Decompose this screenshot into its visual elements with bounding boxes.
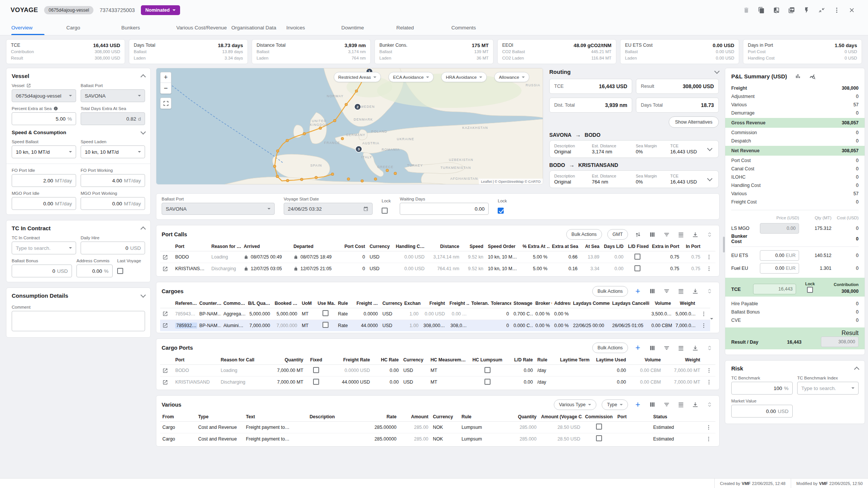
- download-icon[interactable]: [691, 230, 700, 239]
- checkbox[interactable]: [322, 322, 329, 328]
- column-header[interactable]: Arrived: [241, 242, 291, 251]
- quick-actions-icon[interactable]: [801, 5, 812, 16]
- row-menu-icon[interactable]: [701, 323, 707, 328]
- column-header[interactable]: Currency: [401, 355, 428, 365]
- column-header[interactable]: Freight: [421, 299, 447, 308]
- column-header[interactable]: Laydays Commence: [571, 299, 610, 308]
- ballast-port-select[interactable]: SAVONA: [81, 89, 145, 102]
- chevron-down-icon[interactable]: [714, 69, 720, 74]
- column-header[interactable]: Rule: [459, 412, 503, 422]
- column-header[interactable]: Address…: [552, 299, 571, 308]
- filter-icon[interactable]: [662, 230, 671, 239]
- column-header[interactable]: Fixed: [306, 355, 327, 365]
- column-header[interactable]: Port: [173, 355, 219, 365]
- column-header[interactable]: Stowage: [511, 299, 533, 308]
- column-header[interactable]: Speed: [462, 242, 486, 251]
- checkbox[interactable]: [634, 254, 640, 260]
- column-header[interactable]: UoM: [300, 299, 315, 308]
- column-header[interactable]: Quantity: [264, 355, 306, 365]
- open-row-icon[interactable]: [162, 379, 168, 385]
- column-header[interactable]: Toleran…: [469, 299, 489, 308]
- column-header[interactable]: Weight: [673, 299, 697, 308]
- hra-avoidance-dropdown[interactable]: HRA Avoidance: [441, 72, 487, 82]
- row-menu-icon[interactable]: [706, 379, 712, 385]
- speed-ballast-select[interactable]: 10 kn, 10 MT/d: [12, 145, 76, 158]
- tc-benchmark-index-select[interactable]: Type to search.: [797, 382, 859, 395]
- add-cargo-port-button[interactable]: +: [633, 343, 642, 352]
- column-header[interactable]: Days L/D: [602, 242, 626, 251]
- fo-port-working-input[interactable]: 4.00MT/day: [81, 174, 145, 187]
- duplicate-icon[interactable]: [756, 5, 767, 16]
- percent-extra-at-sea-input[interactable]: 5.00%: [12, 112, 76, 125]
- route-map[interactable]: RUSSIANORWAYSWEDENDENMARKUNITEDKINGDOMPO…: [156, 68, 543, 185]
- column-header[interactable]: Reason for Call: [219, 355, 264, 365]
- column-header[interactable]: Reason for …: [209, 242, 241, 251]
- filter-icon[interactable]: [662, 343, 671, 352]
- column-header[interactable]: Referen…: [173, 299, 197, 308]
- column-header[interactable]: Quantity: [503, 412, 539, 422]
- expand-leg-icon[interactable]: [707, 146, 712, 151]
- column-header[interactable]: Volume: [649, 299, 673, 308]
- table-row[interactable]: BODOLoading08/07/25 00:4908/07/25 18:490…: [160, 251, 715, 263]
- add-various-button[interactable]: +: [633, 400, 642, 409]
- column-header[interactable]: Broker C.: [533, 299, 552, 308]
- mgo-port-working-input[interactable]: 0.00MT/day: [81, 197, 145, 210]
- column-header[interactable]: Rate: [363, 412, 399, 422]
- gmt-button[interactable]: GMT: [607, 229, 628, 240]
- checkbox[interactable]: [313, 367, 319, 373]
- column-header[interactable]: Extra at Sea: [550, 242, 580, 251]
- tab-related[interactable]: Related: [396, 20, 451, 35]
- collapse-section-icon[interactable]: [854, 367, 859, 372]
- column-header[interactable]: Commo…: [221, 299, 245, 308]
- column-header[interactable]: Port: [173, 242, 209, 251]
- column-header[interactable]: Text: [244, 412, 307, 422]
- checkbox[interactable]: [634, 265, 640, 271]
- column-header[interactable]: Use Ma…: [315, 299, 336, 308]
- eca-avoidance-dropdown[interactable]: ECA Avoidance: [388, 72, 434, 82]
- column-header[interactable]: B/L Qua…: [245, 299, 272, 308]
- tab-organisational-data[interactable]: Organisational Data: [231, 20, 286, 35]
- collapse-section-icon[interactable]: [141, 226, 146, 232]
- compare-icon[interactable]: [771, 5, 782, 16]
- column-header[interactable]: Commission: [582, 412, 615, 422]
- column-header[interactable]: Departed: [291, 242, 341, 251]
- bulk-actions-button[interactable]: Bulk Actions: [592, 343, 628, 353]
- collapse-table-icon[interactable]: [705, 400, 714, 409]
- column-header[interactable]: Laytime Used: [592, 355, 628, 365]
- status-badge[interactable]: Nominated: [141, 5, 180, 15]
- expand-leg-icon[interactable]: [707, 176, 712, 181]
- column-header[interactable]: Currency: [367, 242, 392, 251]
- row-menu-icon[interactable]: [706, 254, 712, 259]
- column-header[interactable]: Laydays Cancelling: [610, 299, 649, 308]
- filter-icon[interactable]: [662, 287, 671, 296]
- table-row[interactable]: KRISTIANSANDDischarging7,000.00 MT44.000…: [160, 376, 715, 388]
- column-header[interactable]: Handling C…: [392, 242, 427, 251]
- analytics-search-icon[interactable]: [809, 73, 816, 80]
- collapse-table-icon[interactable]: [705, 343, 714, 352]
- scrollbar-thumb[interactable]: [723, 237, 725, 252]
- type-dropdown[interactable]: Type: [602, 399, 628, 410]
- tab-cargo[interactable]: Cargo: [66, 20, 121, 35]
- column-header[interactable]: Currency: [431, 412, 459, 422]
- column-header[interactable]: HC Measurem…: [428, 355, 470, 365]
- market-value-input[interactable]: 0.00USD: [731, 405, 793, 418]
- density-icon[interactable]: [676, 230, 685, 239]
- row-menu-icon[interactable]: [706, 436, 712, 441]
- column-header[interactable]: Extra in Port: [649, 242, 682, 251]
- density-icon[interactable]: [676, 400, 685, 409]
- collapse-section-icon[interactable]: [141, 74, 146, 80]
- column-header[interactable]: Freight …: [447, 299, 469, 308]
- columns-icon[interactable]: [648, 230, 657, 239]
- column-header[interactable]: HC Lumpsum: [470, 355, 505, 365]
- open-row-icon[interactable]: [162, 266, 168, 271]
- export-pdf-icon[interactable]: [786, 5, 797, 16]
- tab-comments[interactable]: Comments: [451, 20, 506, 35]
- fuel-eu-price-input[interactable]: 0.00EUR: [760, 263, 799, 274]
- checkbox[interactable]: [322, 310, 329, 316]
- checkbox[interactable]: [313, 379, 319, 385]
- column-header[interactable]: Distance: [427, 242, 462, 251]
- waiting-days-lock-checkbox[interactable]: [498, 208, 504, 214]
- column-header[interactable]: Exchan…: [402, 299, 421, 308]
- restricted-areas-dropdown[interactable]: Restricted Areas: [334, 72, 381, 82]
- map-expand-button[interactable]: [160, 98, 171, 109]
